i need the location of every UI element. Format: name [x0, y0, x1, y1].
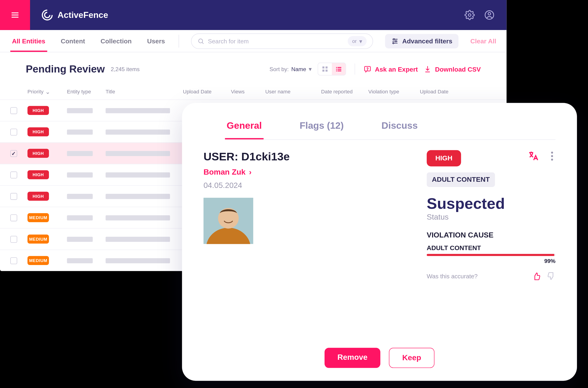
- placeholder: [106, 172, 170, 177]
- thumbs-down-icon[interactable]: [547, 272, 555, 280]
- placeholder: [106, 215, 170, 220]
- view-toggle: [318, 63, 346, 75]
- placeholder: [106, 129, 170, 134]
- list-view-button[interactable]: [332, 63, 346, 75]
- filter-bar: All Entities Content Collection Users Se…: [0, 30, 507, 52]
- detail-user-link[interactable]: Boman Zuk ›: [204, 168, 409, 177]
- tab-users[interactable]: Users: [145, 31, 167, 52]
- svg-point-3: [468, 14, 471, 16]
- chevron-right-icon: ›: [249, 168, 251, 177]
- svg-point-11: [395, 40, 397, 42]
- violation-cause-label: ADULT CONTENT: [427, 244, 556, 251]
- chevron-down-icon: ⌄: [45, 88, 50, 95]
- placeholder: [106, 237, 170, 242]
- search-input[interactable]: Search for item or▾: [191, 33, 373, 49]
- detail-tab-general[interactable]: General: [225, 118, 264, 139]
- priority-badge: HIGH: [27, 127, 49, 136]
- thumbs-up-icon[interactable]: [533, 272, 541, 280]
- detail-tab-discuss[interactable]: Discuss: [380, 118, 419, 139]
- clear-all-button[interactable]: Clear All: [470, 37, 496, 45]
- item-count: 2,245 items: [111, 66, 140, 72]
- col-date-reported[interactable]: Date reported: [321, 89, 360, 95]
- row-checkbox[interactable]: [10, 107, 17, 114]
- grid-icon: [321, 66, 328, 73]
- placeholder: [67, 194, 93, 199]
- status-value: Suspected: [427, 195, 556, 213]
- svg-rect-20: [336, 69, 337, 70]
- placeholder: [106, 151, 170, 156]
- row-checkbox[interactable]: [10, 214, 17, 221]
- svg-rect-22: [336, 71, 337, 71]
- accuracy-prompt: Was this accurate?: [427, 272, 556, 280]
- violation-cause-bar: [427, 254, 556, 256]
- placeholder: [67, 129, 93, 134]
- col-user-name[interactable]: User name: [265, 89, 313, 95]
- col-title[interactable]: Title: [106, 89, 174, 95]
- brand: ActiveFence: [41, 9, 108, 21]
- svg-point-9: [393, 38, 395, 40]
- placeholder: [106, 108, 170, 113]
- tab-collection[interactable]: Collection: [99, 31, 133, 52]
- svg-point-31: [551, 159, 553, 161]
- placeholder: [67, 151, 93, 156]
- remove-button[interactable]: Remove: [324, 348, 380, 368]
- download-csv-button[interactable]: Download CSV: [424, 65, 481, 73]
- priority-badge: HIGH: [27, 192, 49, 200]
- detail-date: 04.05.2024: [204, 181, 409, 190]
- placeholder: [67, 172, 93, 177]
- col-upload-date[interactable]: Upload Date: [183, 89, 222, 95]
- row-checkbox[interactable]: [10, 171, 17, 178]
- svg-point-25: [368, 70, 368, 70]
- placeholder: [67, 237, 93, 242]
- row-checkbox[interactable]: [10, 193, 17, 200]
- avatar: [204, 198, 253, 244]
- detail-left: USER: D1cki13e Boman Zuk › 04.05.2024: [204, 150, 409, 343]
- ask-expert-button[interactable]: Ask an Expert: [364, 65, 418, 73]
- search-mode-or[interactable]: or▾: [348, 36, 367, 46]
- help-chat-icon: [364, 65, 372, 73]
- grid-view-button[interactable]: [318, 63, 332, 75]
- priority-badge: MEDIUM: [27, 235, 49, 243]
- translate-icon[interactable]: [527, 150, 539, 162]
- tab-all-entities[interactable]: All Entities: [10, 31, 47, 52]
- violation-chip: ADULT CONTENT: [427, 172, 495, 187]
- col-entity-type[interactable]: Entity type: [67, 89, 97, 95]
- hamburger-icon: [10, 10, 20, 20]
- sort-by[interactable]: Sort by: Name ▾: [269, 66, 312, 73]
- row-checkbox[interactable]: [10, 128, 17, 135]
- more-icon[interactable]: [546, 150, 558, 162]
- menu-button[interactable]: [0, 0, 30, 30]
- priority-badge: HIGH: [27, 149, 49, 158]
- tab-content[interactable]: Content: [59, 31, 87, 52]
- placeholder: [106, 258, 170, 263]
- priority-badge: MEDIUM: [27, 213, 49, 222]
- settings-icon[interactable]: [464, 10, 475, 20]
- brand-name: ActiveFence: [57, 10, 108, 20]
- svg-rect-15: [326, 67, 328, 69]
- svg-point-6: [199, 39, 203, 43]
- placeholder: [67, 215, 93, 220]
- sliders-icon: [391, 37, 399, 45]
- svg-point-30: [551, 155, 553, 157]
- col-views[interactable]: Views: [231, 89, 257, 95]
- row-checkbox[interactable]: [10, 150, 17, 157]
- advanced-filters-button[interactable]: Advanced filters: [385, 34, 458, 48]
- download-icon: [424, 65, 431, 73]
- content-header: Pending Review 2,245 items Sort by: Name…: [0, 52, 507, 80]
- svg-rect-16: [322, 70, 324, 72]
- svg-point-5: [488, 12, 491, 15]
- profile-icon[interactable]: [484, 10, 495, 20]
- svg-rect-21: [338, 69, 341, 70]
- keep-button[interactable]: Keep: [389, 348, 434, 368]
- detail-tab-flags[interactable]: Flags (12): [298, 118, 346, 139]
- row-checkbox[interactable]: [10, 257, 17, 264]
- col-upload-date-2[interactable]: Upload Date: [420, 89, 496, 95]
- topbar: ActiveFence: [0, 0, 507, 30]
- col-priority[interactable]: Priority⌄: [27, 88, 58, 95]
- row-checkbox[interactable]: [10, 236, 17, 242]
- brand-logo-icon: [41, 9, 53, 21]
- placeholder: [67, 108, 93, 113]
- avatar-image: [204, 198, 253, 244]
- col-violation-type[interactable]: Violation type: [368, 89, 411, 95]
- entity-tabs: All Entities Content Collection Users: [10, 30, 167, 52]
